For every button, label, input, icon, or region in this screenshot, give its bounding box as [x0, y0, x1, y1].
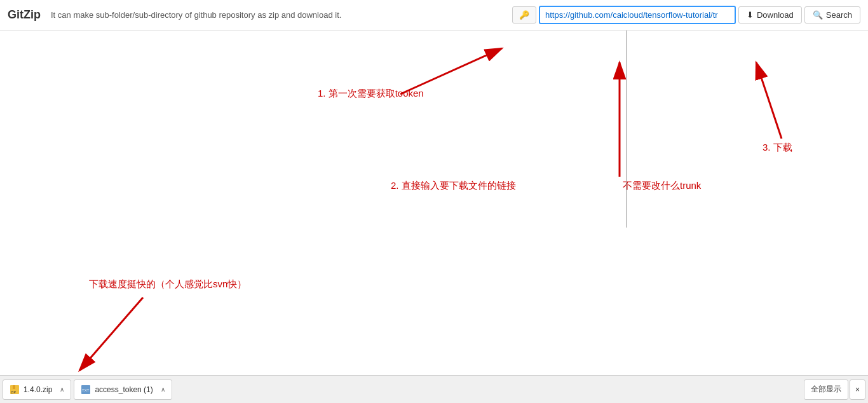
- token-file-icon: TXT: [81, 385, 91, 395]
- svg-rect-6: [13, 385, 15, 389]
- step3-annotation: 3. 下载: [763, 142, 792, 154]
- taskbar-item1-label: 1.4.0.zip: [24, 385, 52, 394]
- divider-line: [626, 31, 627, 228]
- token-button[interactable]: 🔑: [512, 6, 536, 24]
- main-content: 1. 第一次需要获取tooken 2. 直接输入要下载文件的链接 不需要改什么t…: [0, 31, 868, 375]
- header-controls: 🔑 ⬇ Download 🔍 Search: [512, 6, 860, 24]
- step1-annotation: 1. 第一次需要获取tooken: [318, 88, 424, 100]
- taskbar-item-zip[interactable]: ZIP 1.4.0.zip ∧: [3, 379, 71, 400]
- search-icon: 🔍: [813, 10, 823, 20]
- header-description: It can make sub-folder/sub-directory of …: [51, 10, 512, 20]
- download-button[interactable]: ⬇ Download: [738, 6, 802, 24]
- svg-text:TXT: TXT: [82, 388, 90, 392]
- chevron2-icon: ∧: [161, 386, 165, 393]
- arrows-svg: [0, 31, 868, 375]
- search-button[interactable]: 🔍 Search: [804, 6, 860, 24]
- download-label: Download: [757, 10, 794, 20]
- taskbar-item-token[interactable]: TXT access_token (1) ∧: [74, 379, 172, 400]
- taskbar: ZIP 1.4.0.zip ∧ TXT access_token (1) ∧ 全…: [0, 375, 868, 403]
- search-label: Search: [826, 10, 852, 20]
- svg-line-4: [79, 297, 143, 371]
- taskbar-showall-button[interactable]: 全部显示: [804, 379, 848, 400]
- svg-line-3: [756, 62, 782, 139]
- header: GitZip It can make sub-folder/sub-direct…: [0, 0, 868, 31]
- download-icon: ⬇: [747, 10, 754, 20]
- url-input[interactable]: [539, 6, 736, 24]
- chevron-icon: ∧: [60, 386, 64, 393]
- step2b-annotation: 不需要改什么trunk: [623, 180, 701, 192]
- step2-annotation: 2. 直接输入要下载文件的链接: [391, 180, 516, 192]
- logo: GitZip: [8, 8, 41, 22]
- speed-annotation: 下载速度挺快的（个人感觉比svn快）: [89, 278, 247, 290]
- taskbar-item2-label: access_token (1): [95, 385, 153, 394]
- taskbar-close-button[interactable]: ×: [850, 379, 865, 400]
- zip-icon: ZIP: [10, 385, 20, 395]
- svg-text:ZIP: ZIP: [11, 390, 16, 394]
